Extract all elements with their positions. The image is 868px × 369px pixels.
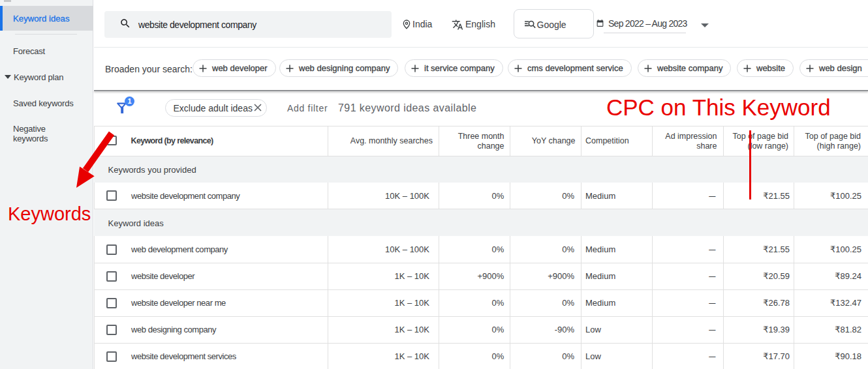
svg-text:1: 1 (128, 97, 132, 105)
